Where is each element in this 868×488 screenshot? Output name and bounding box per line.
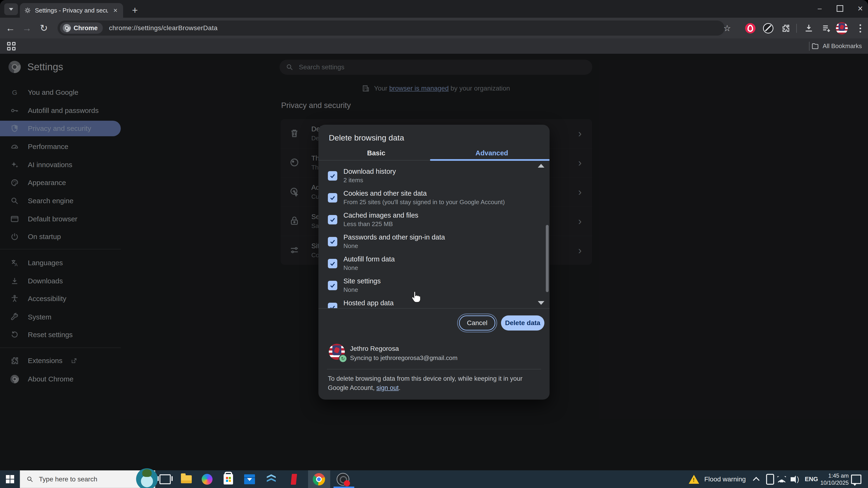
browser-titlebar: Settings - Privacy and security × + – × [0,0,868,18]
profile-avatar[interactable] [836,22,848,34]
action-center-button[interactable] [851,470,861,488]
task-view-icon [159,474,171,484]
warning-triangle-icon [689,475,699,484]
settings-page: Settings G You and Google Autofill and p… [0,54,868,470]
bookmark-star-icon[interactable]: ☆ [721,22,733,34]
list-item-passwords[interactable]: Passwords and other sign-in data None [318,231,550,253]
file-explorer-button[interactable] [180,473,193,486]
extension-red-icon[interactable] [744,22,756,34]
close-window-button[interactable]: × [852,2,868,14]
chrome-logo-icon [63,24,71,32]
task-view-button[interactable] [158,473,172,486]
tray-volume-icon[interactable] [790,470,794,488]
bookmarks-divider [809,42,809,51]
scroll-down-icon[interactable] [538,301,545,305]
delete-data-button[interactable]: Delete data [501,316,545,330]
folder-icon [181,475,192,483]
tab-list-icon[interactable] [820,22,832,34]
copilot-icon [202,474,213,485]
address-bar[interactable]: Chrome chrome://settings/clearBrowserDat… [58,21,724,36]
tray-clock[interactable]: 1:45 am 10/10/2025 [820,470,849,488]
red-app-button[interactable] [287,473,301,486]
cancel-button[interactable]: Cancel [459,316,495,330]
tab-basic[interactable]: Basic [318,149,434,157]
dialog-title: Delete browsing data [329,133,404,142]
restore-button[interactable] [832,2,848,14]
extensions-puzzle-icon[interactable] [780,22,792,34]
bookmarks-bar: All Bookmarks [0,38,868,54]
menu-kebab-icon[interactable] [854,22,866,34]
microsoft-store-button[interactable] [222,473,235,486]
checkbox-checked[interactable] [328,193,337,202]
folder-icon [811,42,819,50]
sign-out-link[interactable]: sign out [376,384,399,391]
checkbox-checked[interactable] [328,237,337,247]
sync-badge-icon: ↻ [339,354,347,363]
all-bookmarks-button[interactable]: All Bookmarks [811,38,862,54]
dialog-divider [327,369,541,369]
browser-tab[interactable]: Settings - Privacy and security × [20,3,123,18]
flood-warning-label: Flood warning [704,476,746,483]
chevron-stack-app-button[interactable] [265,473,278,486]
running-app-indicator [334,487,354,488]
chevron-down-icon [9,8,13,10]
back-button[interactable]: ← [4,22,17,34]
taskbar-search-placeholder: Type here to search [39,476,97,483]
list-item-download-history[interactable]: Download history 2 items [318,165,550,187]
tab-search-button[interactable] [4,3,18,15]
active-tab-underline [430,159,550,161]
chrome-taskbar-button[interactable] [312,473,326,486]
list-item-site-settings[interactable]: Site settings None [318,274,550,296]
copilot-button[interactable] [200,473,214,486]
recorder-app-icon [337,473,349,486]
list-item-hosted-app-data[interactable]: Hosted app data [318,296,550,308]
list-item-cookies[interactable]: Cookies and other site data From 25 site… [318,187,550,209]
tray-flood-warning[interactable]: Flood warning [689,470,746,488]
url-chip[interactable]: Chrome [60,22,103,34]
list-item-autofill[interactable]: Autofill form data None [318,253,550,274]
store-bag-icon [224,474,233,484]
dialog-note: To delete browsing data from this device… [328,374,544,393]
tab-close-icon[interactable]: × [112,6,119,14]
search-highlight-image[interactable] [136,468,158,488]
downloads-icon[interactable] [803,22,815,34]
clock-time: 1:45 am [828,473,849,479]
clock-date: 10/10/2025 [820,480,849,486]
toolbar-divider [796,24,797,33]
forward-button[interactable]: → [21,22,33,34]
search-icon [26,476,34,483]
data-type-list: Download history 2 items Cookies and oth… [318,165,550,308]
wifi-icon [777,476,786,482]
account-sync-status: Syncing to jethroregorosa3@gmail.com [350,354,458,362]
apps-grid-icon[interactable] [7,42,16,51]
restore-icon [837,5,843,12]
url-text[interactable]: chrome://settings/clearBrowserData [109,24,218,32]
url-chip-label: Chrome [73,25,98,32]
extension-dark-icon[interactable] [762,22,774,34]
scrollbar-thumb[interactable] [546,225,549,292]
tray-network-icon[interactable] [777,470,786,488]
checkbox-checked[interactable] [328,281,337,290]
reload-button[interactable]: ↻ [38,22,50,34]
chevron-up-icon [753,477,760,483]
obs-taskbar-button[interactable] [336,473,349,486]
new-tab-button[interactable]: + [129,4,141,17]
chrome-logo-icon [313,473,325,485]
phone-icon [766,474,774,485]
checkbox-checked[interactable] [328,215,337,224]
mail-button[interactable] [243,473,256,486]
tab-advanced[interactable]: Advanced [434,149,550,157]
checkbox-checked[interactable] [328,259,337,268]
list-item-cached-images[interactable]: Cached images and files Less than 225 MB [318,209,550,231]
start-button[interactable] [0,470,20,488]
chevron-stack-icon [266,474,277,485]
tray-hidden-icons-button[interactable] [754,470,758,488]
taskbar-search[interactable]: Type here to search [20,470,155,488]
minimize-button[interactable]: – [812,2,828,14]
checkbox-checked[interactable] [328,171,337,181]
tray-phone-icon[interactable] [766,470,774,488]
red-ribbon-icon [291,474,297,485]
checkbox-checked[interactable] [328,303,337,308]
tray-language[interactable]: ENG [805,470,818,488]
browser-toolbar: ← → ↻ Chrome chrome://settings/clearBrow… [0,18,868,38]
